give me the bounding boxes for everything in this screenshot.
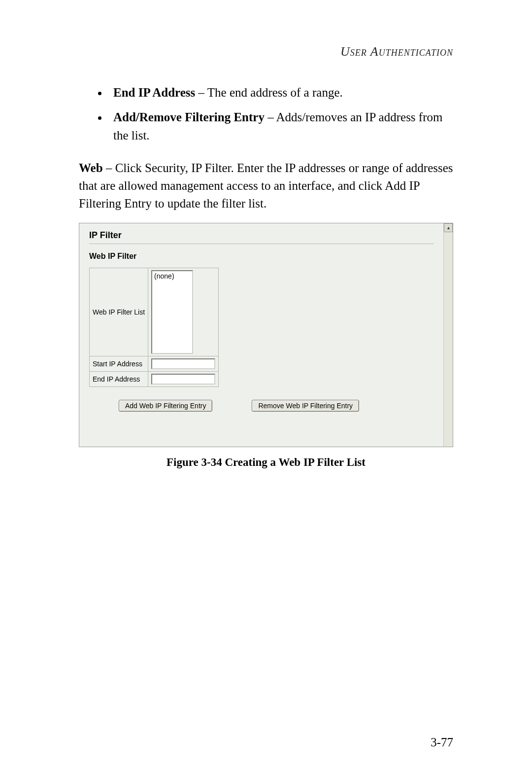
start-ip-input[interactable] (151, 358, 215, 369)
start-ip-label: Start IP Address (90, 356, 148, 371)
panel-body: IP Filter Web IP Filter Web IP Filter Li… (79, 223, 444, 447)
bullet-term: Add/Remove Filtering Entry (113, 110, 265, 124)
bullet-desc: – The end address of a range. (195, 86, 342, 99)
end-ip-cell (148, 371, 219, 387)
scrollbar-track[interactable] (444, 232, 453, 447)
bullet-term: End IP Address (113, 86, 195, 99)
filter-list-box[interactable]: (none) (151, 270, 193, 354)
bullet-list: End IP Address – The end address of a ra… (79, 84, 453, 144)
filter-list-cell: (none) (148, 268, 219, 356)
figure-caption: Figure 3-34 Creating a Web IP Filter Lis… (79, 456, 453, 469)
page-number: 3-77 (431, 736, 453, 749)
button-row: Add Web IP Filtering Entry Remove Web IP… (89, 400, 434, 412)
list-item: End IP Address – The end address of a ra… (108, 84, 453, 102)
paragraph-lead: Web (79, 161, 103, 175)
form-table: Web IP Filter List (none) Start IP Addre… (89, 268, 219, 387)
section-title: Web IP Filter (89, 252, 434, 261)
table-row: Start IP Address (90, 356, 219, 371)
paragraph-rest: – Click Security, IP Filter. Enter the I… (79, 161, 453, 211)
table-row: End IP Address (90, 371, 219, 387)
table-row: Web IP Filter List (none) (90, 268, 219, 356)
divider (89, 244, 434, 244)
panel-title: IP Filter (89, 230, 434, 241)
filter-list-label: Web IP Filter List (90, 268, 148, 356)
running-head: User Authentication (79, 44, 453, 59)
document-page: User Authentication End IP Address – The… (0, 0, 532, 774)
remove-entry-button[interactable]: Remove Web IP Filtering Entry (252, 400, 359, 412)
body-paragraph: Web – Click Security, IP Filter. Enter t… (79, 159, 453, 213)
end-ip-label: End IP Address (90, 371, 148, 387)
list-item: Add/Remove Filtering Entry – Adds/remove… (108, 108, 453, 144)
scroll-up-button[interactable]: ▴ (444, 223, 453, 232)
screenshot-panel: ▴ IP Filter Web IP Filter Web IP Filter … (79, 223, 453, 447)
scrollbar[interactable]: ▴ (443, 223, 453, 447)
chevron-up-icon: ▴ (447, 225, 450, 230)
add-entry-button[interactable]: Add Web IP Filtering Entry (119, 400, 212, 412)
start-ip-cell (148, 356, 219, 371)
filter-list-value: (none) (154, 272, 174, 280)
end-ip-input[interactable] (151, 374, 215, 385)
